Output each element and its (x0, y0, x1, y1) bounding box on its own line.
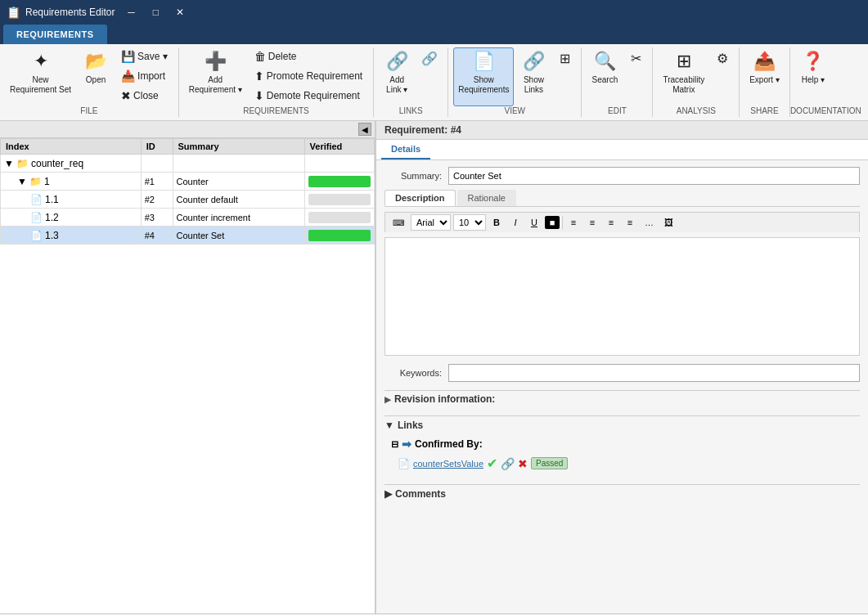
open-button[interactable]: 📂 Open (78, 47, 114, 106)
align-right-button[interactable]: ≡ (603, 216, 619, 229)
table-header-row: Index ID Summary Verified (1, 139, 375, 155)
import-button[interactable]: 📥 Import (115, 67, 173, 85)
row-verified (304, 155, 374, 173)
link-item-text[interactable]: counterSetsValue (413, 459, 483, 469)
save-icon: 💾 (121, 50, 135, 63)
cut-button[interactable]: ✂ (624, 47, 647, 106)
progress-bar (308, 194, 371, 205)
doc-icon: 📄 (30, 212, 43, 223)
ribbon-group-share: 📤 Export ▾ SHARE (740, 47, 790, 117)
add-req-icon: ➕ (205, 51, 227, 72)
link-chain-icon[interactable]: 🔗 (501, 457, 515, 470)
save-button[interactable]: 💾 Save ▾ (115, 47, 173, 65)
align-justify-button[interactable]: ≡ (622, 216, 638, 229)
description-editor[interactable] (385, 237, 860, 356)
row-summary: Counter increment (173, 209, 304, 227)
demote-button[interactable]: ⬇ Demote Requirement (249, 87, 368, 105)
search-button[interactable]: 🔍 Search (587, 47, 623, 106)
revision-section-header[interactable]: ▶ Revision information: (385, 390, 860, 407)
links-arrow: ▼ (385, 420, 394, 431)
import-icon: 📥 (121, 70, 135, 83)
row-index: ▼ 📁 counter_req (1, 155, 142, 173)
size-select[interactable]: 10 (453, 214, 486, 231)
show-requirements-button[interactable]: 📄 ShowRequirements (453, 47, 514, 106)
file-buttons: ✦ NewRequirement Set 📂 Open 💾 Save ▾ 📥 I… (5, 47, 173, 128)
summary-input[interactable] (448, 167, 860, 185)
bold-button[interactable]: B (488, 216, 505, 229)
doc-icon: 📄 (30, 194, 43, 205)
tree-table[interactable]: Index ID Summary Verified ▼ 📁 counter_re… (0, 138, 375, 613)
row-id: #3 (141, 209, 173, 227)
comments-header[interactable]: ▶ Comments (385, 485, 860, 503)
underline-button[interactable]: U (526, 216, 542, 229)
delete-button[interactable]: 🗑 Delete (249, 47, 368, 65)
promote-button[interactable]: ⬆ Promote Requirement (249, 67, 368, 85)
green-check-icon: ✔ (487, 456, 497, 471)
source-button[interactable]: ⌨ (389, 217, 408, 229)
row-index: 📄 1.3 (1, 227, 142, 245)
toolbar-divider (562, 216, 563, 229)
analysis-extra-button[interactable]: ⚙ (711, 47, 734, 106)
show-links-button[interactable]: 🔗 ShowLinks (515, 47, 551, 106)
search-icon: 🔍 (594, 51, 616, 72)
keywords-label: Keywords: (385, 368, 442, 378)
table-row[interactable]: 📄 1.2 #3 Counter increment (1, 209, 375, 227)
view-grid-button[interactable]: ⊞ (553, 47, 576, 106)
progress-fill (308, 230, 371, 241)
links-group-label: LINKS (374, 106, 447, 115)
collapse-icon[interactable]: ⊟ (391, 439, 398, 450)
color-button[interactable]: ■ (545, 216, 560, 229)
comments-label: Comments (395, 488, 446, 500)
confirmed-by-label: Confirmed By: (415, 438, 483, 450)
ribbon: ✦ NewRequirement Set 📂 Open 💾 Save ▾ 📥 I… (0, 44, 868, 121)
row-index-label: 1.3 (45, 230, 59, 241)
tab-requirements[interactable]: REQUIREMENTS (3, 25, 107, 44)
keywords-input[interactable] (448, 364, 860, 382)
col-id: ID (141, 139, 173, 155)
ribbon-group-requirements: ➕ AddRequirement ▾ 🗑 Delete ⬆ Promote Re… (179, 47, 374, 117)
delete-link-icon[interactable]: ✖ (518, 457, 528, 470)
summary-label: Summary: (385, 171, 442, 181)
row-id: #2 (141, 191, 173, 209)
table-row[interactable]: 📄 1.3 #4 Counter Set (1, 227, 375, 245)
left-panel: ◀ Index ID Summary Verified ▼ (0, 121, 376, 613)
show-links-small-button[interactable]: 🔗 (416, 47, 443, 106)
table-row[interactable]: 📄 1.1 #2 Counter default (1, 191, 375, 209)
tab-details[interactable]: Details (381, 140, 430, 159)
new-requirement-set-button[interactable]: ✦ NewRequirement Set (5, 47, 76, 106)
col-summary: Summary (173, 139, 304, 155)
tab-description[interactable]: Description (385, 190, 456, 206)
ribbon-group-file: ✦ NewRequirement Set 📂 Open 💾 Save ▾ 📥 I… (0, 47, 179, 117)
share-group-label: SHARE (740, 106, 789, 115)
link-item: 📄 counterSetsValue ✔ 🔗 ✖ Passed (391, 454, 853, 473)
right-scroll-area[interactable]: Summary: Description Rationale ⌨ Arial 1… (376, 160, 868, 613)
insert-image-button[interactable]: 🖼 (660, 216, 677, 229)
traceability-matrix-button[interactable]: ⊞ TraceabilityMatrix (658, 47, 709, 106)
export-button[interactable]: 📤 Export ▾ (744, 47, 785, 106)
table-row[interactable]: ▼ 📁 counter_req (1, 155, 375, 173)
open-icon: 📂 (85, 51, 107, 72)
links-header[interactable]: ▼ Links (385, 416, 860, 434)
keywords-row: Keywords: (385, 364, 860, 382)
close-button[interactable]: ✕ (169, 3, 191, 21)
expand-icon[interactable]: ▼ (17, 176, 27, 187)
progress-bar (308, 230, 371, 241)
maximize-button[interactable]: □ (144, 3, 167, 21)
table-row[interactable]: ▼ 📁 1 #1 Counter (1, 173, 375, 191)
add-link-button[interactable]: 🔗 AddLink ▾ (379, 47, 415, 106)
expand-icon[interactable]: ▼ (4, 158, 14, 169)
indent-button[interactable]: … (641, 216, 658, 229)
row-index-label: 1 (44, 176, 50, 187)
font-select[interactable]: Arial (411, 214, 451, 231)
add-link-icon: 🔗 (386, 51, 408, 72)
doc-group-label: DOCUMENTATION (790, 106, 836, 115)
ribbon-group-view: 📄 ShowRequirements 🔗 ShowLinks ⊞ VIEW (448, 47, 582, 117)
italic-button[interactable]: I (507, 216, 524, 229)
add-requirement-button[interactable]: ➕ AddRequirement ▾ (184, 47, 247, 106)
align-center-button[interactable]: ≡ (584, 216, 600, 229)
help-button[interactable]: ❓ Help ▾ (795, 47, 831, 106)
minimize-button[interactable]: ─ (119, 3, 142, 21)
align-left-button[interactable]: ≡ (565, 216, 582, 229)
close-file-button[interactable]: ✖ Close (115, 87, 173, 105)
tab-rationale[interactable]: Rationale (457, 190, 516, 206)
